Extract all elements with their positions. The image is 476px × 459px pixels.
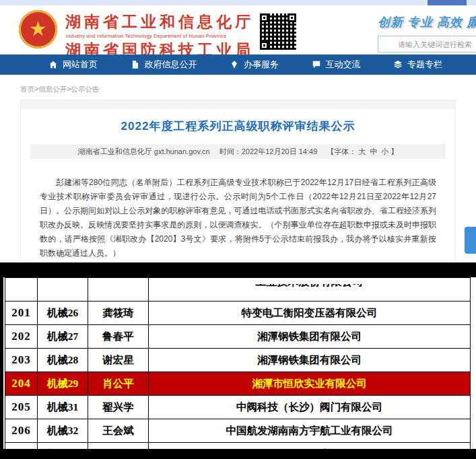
nav-item-label: 互动交流 <box>326 59 361 71</box>
row-group: 机械31 <box>38 396 88 419</box>
table-row: 207机械39刘增文株洲齿轮有限责任公司 <box>5 443 471 450</box>
font-label-suffix: 】 <box>390 147 398 157</box>
result-table-body: 工业技术股份有限公司 201机械26龚筱琦特变电工衡阳变压器有限公司202机械2… <box>5 278 471 450</box>
search-input[interactable] <box>378 36 476 52</box>
row-group: 机械29 <box>38 372 88 396</box>
row-no: 204 <box>5 372 38 396</box>
font-size-switcher: 【字体： 大 中 小 】 <box>327 147 398 157</box>
nav-item-interaction[interactable]: 互动交流 <box>312 59 361 71</box>
row-no: 206 <box>5 419 38 443</box>
nav-item-label: 专题专栏 <box>407 59 442 71</box>
clipped-company-text: 工业技术股份有限公司 <box>149 284 470 289</box>
row-no <box>5 278 38 302</box>
nav-item-label: 办事服务 <box>244 59 279 71</box>
article-body: 彭建湘等280位同志（名单附后）工程系列正高级专业技术职称已于2022年12月1… <box>40 176 436 275</box>
article-title: 2022年度工程系列正高级职称评审结果公示 <box>21 118 455 134</box>
row-name: 肖公平 <box>88 372 149 396</box>
row-name: 翟兴学 <box>88 396 149 419</box>
result-table: 工业技术股份有限公司 201机械26龚筱琦特变电工衡阳变压器有限公司202机械2… <box>5 277 471 449</box>
row-company: 湘潭市恒欣实业有限公司 <box>149 372 471 396</box>
row-no: 202 <box>5 325 38 349</box>
national-emblem-logo: ★ <box>19 10 57 48</box>
top-strip <box>0 0 476 5</box>
site-header: ★ 湖南省工业和信息化厅 Industry and Information Te… <box>0 5 476 55</box>
qr-code <box>260 13 296 50</box>
main-nav: 网站首页 政府信息公开 办事服务 互动交流 专题专栏 <box>0 55 476 75</box>
row-company: 工业技术股份有限公司 <box>149 278 471 302</box>
floating-side-tab[interactable] <box>465 227 476 254</box>
qr-marker <box>260 41 269 50</box>
row-no: 201 <box>5 302 38 325</box>
row-name: 龚筱琦 <box>88 302 149 325</box>
row-company: 株洲齿轮有限责任公司 <box>149 443 471 450</box>
header-right: 创新 专业 高效 廉洁 <box>378 14 476 52</box>
layers-icon <box>393 60 403 69</box>
nav-item-home[interactable]: 网站首页 <box>48 59 98 71</box>
row-group: 机械39 <box>38 443 88 450</box>
qr-marker <box>260 13 269 22</box>
row-group: 机械28 <box>38 349 88 372</box>
row-no: 203 <box>5 349 38 372</box>
row-name: 鲁春平 <box>88 325 149 349</box>
service-icon <box>230 60 239 69</box>
table-row: 206机械32王会斌中国航发湖南南方宇航工业有限公司 <box>5 419 471 443</box>
article-source: 湖南省工业和信息化厅 gxt.hunan.gov.cn <box>78 147 210 157</box>
row-company: 中阀科技（长沙）阀门有限公司 <box>149 396 471 419</box>
nav-item-services[interactable]: 办事服务 <box>230 59 279 71</box>
qr-marker <box>287 13 296 22</box>
row-company: 湘潭钢铁集团有限公司 <box>149 325 471 349</box>
article-time: 时间：2022年12月20日 14:49 <box>219 147 318 157</box>
org-subtitle-en: Industry and Information Technology Depa… <box>66 33 254 39</box>
row-no: 205 <box>5 396 38 419</box>
row-group: 机械27 <box>38 325 88 349</box>
article-paragraph: 彭建湘等280位同志（名单附后）工程系列正高级专业技术职称已于2022年12月1… <box>40 176 436 260</box>
font-size-small-button[interactable]: 小 <box>379 147 390 157</box>
table-row: 204机械29肖公平湘潭市恒欣实业有限公司 <box>5 372 471 396</box>
table-row: 205机械31翟兴学中阀科技（长沙）阀门有限公司 <box>5 396 471 419</box>
row-group: 机械32 <box>38 419 88 443</box>
article-panel: 2022年度工程系列正高级职称评审结果公示 湖南省工业和信息化厅 gxt.hun… <box>20 100 456 284</box>
nav-item-label: 政府信息公开 <box>145 59 197 71</box>
row-company: 中国航发湖南南方宇航工业有限公司 <box>149 419 471 443</box>
row-company: 特变电工衡阳变压器有限公司 <box>149 302 471 325</box>
font-size-medium-button[interactable]: 中 <box>368 147 379 157</box>
nav-item-gov-info[interactable]: 政府信息公开 <box>131 59 197 71</box>
org-title-1: 湖南省工业和信息化厅 <box>65 11 254 32</box>
top-right-tab[interactable] <box>428 0 467 5</box>
result-table-sheet: 工业技术股份有限公司 201机械26龚筱琦特变电工衡阳变压器有限公司202机械2… <box>3 277 476 449</box>
breadcrumb[interactable]: 首页>信息公开>公示公告 <box>20 85 99 94</box>
document-icon <box>131 60 140 69</box>
font-size-large-button[interactable]: 大 <box>356 147 368 157</box>
chat-icon <box>312 60 321 69</box>
star-icon: ★ <box>29 19 47 39</box>
site-brand: 湖南省工业和信息化厅 Industry and Information Tech… <box>65 11 254 61</box>
table-row: 202机械27鲁春平湘潭钢铁集团有限公司 <box>5 325 471 349</box>
table-row: 203机械28谢宏星湘潭钢铁集团有限公司 <box>5 349 471 372</box>
row-company: 湘潭钢铁集团有限公司 <box>149 349 471 372</box>
article-top-bar <box>21 100 455 109</box>
font-label-prefix: 【字体： <box>327 147 356 157</box>
home-icon <box>48 60 58 69</box>
row-name: 王会斌 <box>88 419 149 443</box>
result-table-overlay: 工业技术股份有限公司 201机械26龚筱琦特变电工衡阳变压器有限公司202机械2… <box>0 262 476 459</box>
row-name <box>88 278 149 302</box>
article-meta: 湖南省工业和信息化厅 gxt.hunan.gov.cn 时间：2022年12月2… <box>30 144 446 159</box>
nav-item-label: 网站首页 <box>63 59 98 71</box>
row-group <box>38 278 88 302</box>
row-no: 207 <box>5 443 38 450</box>
slogan-text: 创新 专业 高效 廉洁 <box>378 14 476 30</box>
table-row: 201机械26龚筱琦特变电工衡阳变压器有限公司 <box>5 302 471 325</box>
partial-top-row: 工业技术股份有限公司 <box>5 278 471 302</box>
row-group: 机械26 <box>38 302 88 325</box>
row-name: 刘增文 <box>88 443 149 450</box>
page: ★ 湖南省工业和信息化厅 Industry and Information Te… <box>0 0 476 459</box>
nav-item-topics[interactable]: 专题专栏 <box>393 59 442 71</box>
row-name: 谢宏星 <box>88 349 149 372</box>
